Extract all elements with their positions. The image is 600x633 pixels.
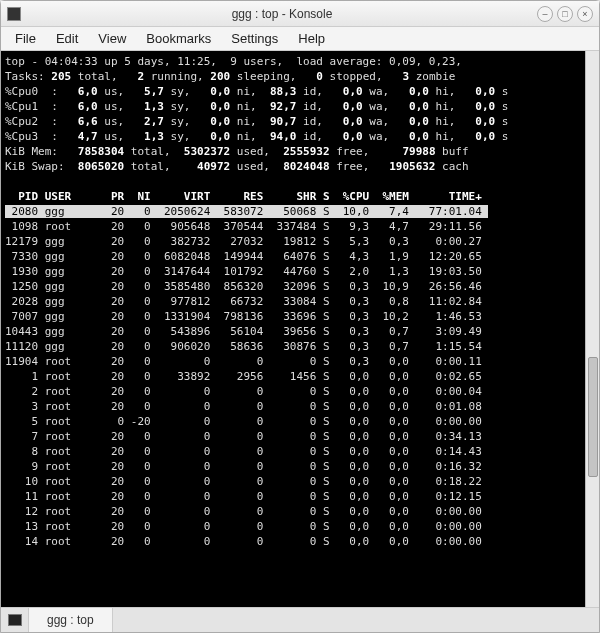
scrollbar-thumb[interactable] (588, 357, 598, 477)
process-row[interactable]: 2080 ggg 20 0 2050624 583072 50068 S 10,… (5, 205, 488, 218)
process-row[interactable]: 12 root 20 0 0 0 0 S 0,0 0,0 0:00.00 (5, 505, 482, 518)
process-row[interactable]: 8 root 20 0 0 0 0 S 0,0 0,0 0:14.43 (5, 445, 482, 458)
process-row[interactable]: 11904 root 20 0 0 0 0 S 0,3 0,0 0:00.11 (5, 355, 482, 368)
menu-settings[interactable]: Settings (223, 29, 286, 48)
process-row[interactable]: 2 root 20 0 0 0 0 S 0,0 0,0 0:00.04 (5, 385, 482, 398)
cpu-line-3: %Cpu3 : 4,7 us, 1,3 sy, 0,0 ni, 94,0 id,… (5, 130, 508, 143)
process-row[interactable]: 1098 root 20 0 905648 370544 337484 S 9,… (5, 220, 482, 233)
menu-edit[interactable]: Edit (48, 29, 86, 48)
swap-line: KiB Swap: 8065020 total, 40972 used, 802… (5, 160, 469, 173)
process-row[interactable]: 12179 ggg 20 0 382732 27032 19812 S 5,3 … (5, 235, 482, 248)
process-header: PID USER PR NI VIRT RES SHR S %CPU %MEM … (5, 190, 488, 203)
window-controls: – □ × (537, 6, 593, 22)
cpu-line-0: %Cpu0 : 6,0 us, 5,7 sy, 0,0 ni, 88,3 id,… (5, 85, 508, 98)
tab-active[interactable]: ggg : top (29, 608, 113, 632)
tab-bar: ggg : top (1, 607, 599, 632)
minimize-button[interactable]: – (537, 6, 553, 22)
process-row[interactable]: 14 root 20 0 0 0 0 S 0,0 0,0 0:00.00 (5, 535, 482, 548)
menubar: File Edit View Bookmarks Settings Help (1, 27, 599, 51)
titlebar[interactable]: ggg : top - Konsole – □ × (1, 1, 599, 27)
window-title: ggg : top - Konsole (27, 7, 537, 21)
process-row[interactable]: 7007 ggg 20 0 1331904 798136 33696 S 0,3… (5, 310, 482, 323)
app-icon (7, 7, 21, 21)
terminal[interactable]: top - 04:04:33 up 5 days, 11:25, 9 users… (1, 51, 585, 607)
menu-file[interactable]: File (7, 29, 44, 48)
process-row[interactable]: 11120 ggg 20 0 906020 58636 30876 S 0,3 … (5, 340, 482, 353)
maximize-button[interactable]: □ (557, 6, 573, 22)
terminal-icon (8, 614, 22, 626)
menu-bookmarks[interactable]: Bookmarks (138, 29, 219, 48)
process-row[interactable]: 10443 ggg 20 0 543896 56104 39656 S 0,3 … (5, 325, 482, 338)
process-row[interactable]: 7 root 20 0 0 0 0 S 0,0 0,0 0:34.13 (5, 430, 482, 443)
cpu-line-2: %Cpu2 : 6,6 us, 2,7 sy, 0,0 ni, 90,7 id,… (5, 115, 508, 128)
scrollbar[interactable] (585, 51, 599, 607)
app-window: ggg : top - Konsole – □ × File Edit View… (0, 0, 600, 633)
close-button[interactable]: × (577, 6, 593, 22)
process-row[interactable]: 1930 ggg 20 0 3147644 101792 44760 S 2,0… (5, 265, 482, 278)
new-tab-button[interactable] (1, 608, 29, 632)
process-row[interactable]: 3 root 20 0 0 0 0 S 0,0 0,0 0:01.08 (5, 400, 482, 413)
mem-line: KiB Mem: 7858304 total, 5302372 used, 25… (5, 145, 469, 158)
menu-view[interactable]: View (90, 29, 134, 48)
process-row[interactable]: 9 root 20 0 0 0 0 S 0,0 0,0 0:16.32 (5, 460, 482, 473)
tasks-line: Tasks: 205 total, 2 running, 200 sleepin… (5, 70, 455, 83)
process-row[interactable]: 1250 ggg 20 0 3585480 856320 32096 S 0,3… (5, 280, 482, 293)
cpu-line-1: %Cpu1 : 6,0 us, 1,3 sy, 0,0 ni, 92,7 id,… (5, 100, 508, 113)
process-row[interactable]: 7330 ggg 20 0 6082048 149944 64076 S 4,3… (5, 250, 482, 263)
process-row[interactable]: 5 root 0 -20 0 0 0 S 0,0 0,0 0:00.00 (5, 415, 482, 428)
terminal-container: top - 04:04:33 up 5 days, 11:25, 9 users… (1, 51, 599, 607)
process-row[interactable]: 10 root 20 0 0 0 0 S 0,0 0,0 0:18.22 (5, 475, 482, 488)
menu-help[interactable]: Help (290, 29, 333, 48)
process-row[interactable]: 11 root 20 0 0 0 0 S 0,0 0,0 0:12.15 (5, 490, 482, 503)
process-row[interactable]: 13 root 20 0 0 0 0 S 0,0 0,0 0:00.00 (5, 520, 482, 533)
process-row[interactable]: 2028 ggg 20 0 977812 66732 33084 S 0,3 0… (5, 295, 482, 308)
top-summary-line: top - 04:04:33 up 5 days, 11:25, 9 users… (5, 55, 462, 68)
process-row[interactable]: 1 root 20 0 33892 2956 1456 S 0,0 0,0 0:… (5, 370, 482, 383)
